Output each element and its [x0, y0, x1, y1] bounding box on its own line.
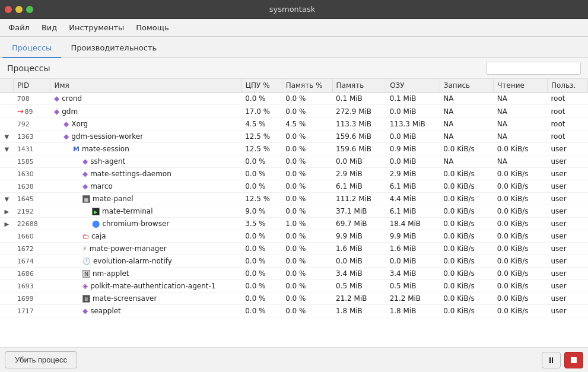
read-cell: 0.0 KiB/s	[494, 168, 548, 180]
user-cell: user	[547, 230, 587, 243]
minimize-button[interactable]	[15, 6, 23, 13]
table-row[interactable]: 1638 ◆ marco 0.0 % 0.0 % 6.1 MiB 6.1 MiB…	[0, 180, 588, 193]
table-row[interactable]: ▼ 1363 ◆ gdm-session-worker 12.5 % 0.0 %…	[0, 131, 588, 143]
mem-pct-cell: 0.0 %	[282, 280, 332, 292]
col-name[interactable]: Имя	[50, 79, 241, 93]
table-row[interactable]: 792 ◆ Xorg 4.5 % 4.5 % 113.3 MiB 113.3 M…	[0, 118, 588, 131]
mem-pct-cell: 0.0 %	[282, 180, 332, 193]
mem-cell: 0.0 MiB	[332, 255, 386, 268]
name-cell: ◆ crond	[50, 93, 241, 105]
name-cell: ▶ mate-terminal	[50, 205, 241, 218]
pid-cell: 1660	[14, 230, 50, 243]
pause-button[interactable]: ⏸	[542, 352, 561, 368]
process-name-text: mate-settings-daemon	[90, 170, 171, 178]
col-mem[interactable]: Память	[332, 79, 386, 93]
col-pid[interactable]: PID	[14, 79, 50, 93]
col-write[interactable]: Запись	[440, 79, 494, 93]
mem-cell: 111.2 MiB	[332, 193, 386, 205]
table-row[interactable]: ▼ 1431 M mate-session 12.5 % 0.0 % 159.6…	[0, 143, 588, 155]
expand-cell[interactable]	[0, 180, 14, 193]
expand-cell[interactable]	[0, 93, 14, 105]
close-button[interactable]	[5, 6, 12, 13]
name-cell: ⚡ mate-power-manager	[50, 243, 241, 255]
bottom-right-controls: ⏸	[542, 352, 583, 368]
expand-cell[interactable]	[0, 255, 14, 268]
mem-cell: 113.3 MiB	[332, 118, 386, 131]
mem-pct-cell: 0.0 %	[282, 93, 332, 105]
process-name-text: mate-session	[82, 145, 129, 153]
table-row[interactable]: 708 ◆ crond 0.0 % 0.0 % 0.1 MiB 0.1 MiB …	[0, 93, 588, 105]
process-name-text: mate-power-manager	[90, 244, 167, 253]
kill-process-button[interactable]: Убить процесс	[5, 351, 77, 368]
process-name-text: evolution-alarm-notify	[93, 257, 172, 265]
process-icon: ⬤	[92, 220, 100, 228]
tab-processes[interactable]: Процессы	[2, 39, 61, 58]
expand-cell[interactable]: ▼	[0, 131, 14, 143]
table-row[interactable]: 1717 ◆ seapplet 0.0 % 0.0 % 1.8 MiB 1.8 …	[0, 305, 588, 317]
menu-help[interactable]: Помощь	[130, 21, 174, 34]
mem-cell: 1.8 MiB	[332, 305, 386, 317]
expand-cell[interactable]	[0, 292, 14, 305]
table-row[interactable]: 1686 N nm-applet 0.0 % 0.0 % 3.4 MiB 3.4…	[0, 268, 588, 280]
expand-cell[interactable]	[0, 268, 14, 280]
pid-cell: 1693	[14, 280, 50, 292]
write-cell: 0.0 KiB/s	[440, 243, 494, 255]
process-name-text: mate-screensaver	[93, 294, 157, 303]
table-row[interactable]: →89 ◆ gdm 17.0 % 0.0 % 272.9 MiB 0.0 MiB…	[0, 105, 588, 118]
ram-cell: 18.4 MiB	[386, 218, 440, 230]
write-cell: NA	[440, 155, 494, 168]
table-row[interactable]: 1585 ◆ ssh-agent 0.0 % 0.0 % 0.0 MiB 0.0…	[0, 155, 588, 168]
table-row[interactable]: 1693 ◈ polkit-mate-authentication-agent-…	[0, 280, 588, 292]
expand-cell[interactable]	[0, 168, 14, 180]
cpu-cell: 3.5 %	[241, 218, 282, 230]
expand-cell[interactable]	[0, 243, 14, 255]
col-cpu[interactable]: ЦПУ %	[241, 79, 282, 93]
expand-cell[interactable]	[0, 305, 14, 317]
menu-tools[interactable]: Инструменты	[63, 21, 130, 34]
pid-cell: 1686	[14, 268, 50, 280]
search-wrapper: 🔍	[486, 62, 581, 75]
expand-cell[interactable]	[0, 230, 14, 243]
name-cell: 🖥 mate-screensaver	[50, 292, 241, 305]
expand-cell[interactable]	[0, 105, 14, 118]
expand-cell[interactable]	[0, 280, 14, 292]
user-cell: root	[547, 118, 587, 131]
process-name-text: marco	[90, 182, 113, 190]
table-row[interactable]: 1672 ⚡ mate-power-manager 0.0 % 0.0 % 1.…	[0, 243, 588, 255]
menu-view[interactable]: Вид	[36, 21, 63, 34]
ram-cell: 21.2 MiB	[386, 292, 440, 305]
table-row[interactable]: ▶ 2192 ▶ mate-terminal 9.0 % 0.0 % 37.1 …	[0, 205, 588, 218]
expand-cell[interactable]: ▶	[0, 205, 14, 218]
col-mem-pct[interactable]: Память %	[282, 79, 332, 93]
user-cell: user	[547, 205, 587, 218]
col-user[interactable]: Польз.	[547, 79, 587, 93]
search-input[interactable]	[486, 62, 581, 75]
table-row[interactable]: ▼ 1645 ▦ mate-panel 12.5 % 0.0 % 111.2 M…	[0, 193, 588, 205]
expand-cell[interactable]: ▼	[0, 193, 14, 205]
mem-pct-cell: 0.0 %	[282, 143, 332, 155]
pid-cell: 792	[14, 118, 50, 131]
table-row[interactable]: ▶ 22688 ⬤ chromium-browser 3.5 % 1.0 % 6…	[0, 218, 588, 230]
menu-file[interactable]: Файл	[2, 21, 36, 34]
write-cell: 0.0 KiB/s	[440, 205, 494, 218]
maximize-button[interactable]	[26, 6, 33, 13]
user-cell: user	[547, 280, 587, 292]
read-cell: NA	[494, 93, 548, 105]
col-read[interactable]: Чтение	[494, 79, 548, 93]
expand-cell[interactable]: ▼	[0, 143, 14, 155]
table-row[interactable]: 1699 🖥 mate-screensaver 0.0 % 0.0 % 21.2…	[0, 292, 588, 305]
expand-cell[interactable]	[0, 155, 14, 168]
table-row[interactable]: 1660 🗀 caja 0.0 % 0.0 % 9.9 MiB 9.9 MiB …	[0, 230, 588, 243]
mem-pct-cell: 0.0 %	[282, 168, 332, 180]
process-name-text: seapplet	[90, 307, 121, 315]
col-ram[interactable]: ОЗУ	[386, 79, 440, 93]
expand-cell[interactable]: ▶	[0, 218, 14, 230]
ram-cell: 6.1 MiB	[386, 205, 440, 218]
write-cell: 0.0 KiB/s	[440, 143, 494, 155]
table-row[interactable]: 1630 ◆ mate-settings-daemon 0.0 % 0.0 % …	[0, 168, 588, 180]
expand-cell[interactable]	[0, 118, 14, 131]
stop-button[interactable]	[564, 352, 583, 368]
tab-performance[interactable]: Производительность	[61, 39, 166, 58]
table-row[interactable]: 1674 🕐 evolution-alarm-notify 0.0 % 0.0 …	[0, 255, 588, 268]
user-cell: user	[547, 268, 587, 280]
